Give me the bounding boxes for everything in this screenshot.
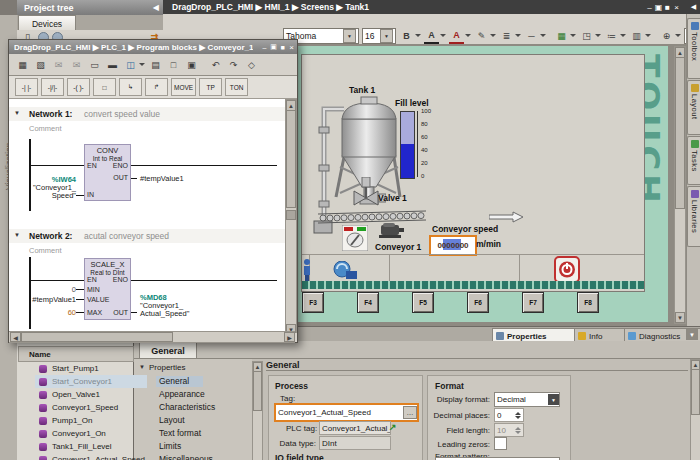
scale-value-operand[interactable]: #tempValue1 — [19, 295, 76, 304]
gauge-switch-icon[interactable] — [342, 225, 368, 251]
tag-row[interactable]: Conveyor1_On — [35, 427, 147, 440]
tag-row[interactable]: Open_Valve1 — [35, 388, 147, 401]
show-comments-icon[interactable]: ✉ — [51, 58, 66, 72]
fill-pattern-button[interactable]: ▦ — [554, 29, 576, 43]
hmi-editor-vscrollbar[interactable]: ▲ ▼ — [674, 46, 686, 324]
scale-x-block[interactable]: SCALE_X Real to DInt EN ENO MIN VALUE MA… — [84, 258, 131, 320]
scale-min-operand[interactable]: 0 — [29, 285, 76, 294]
collapse-networks-icon[interactable]: ▭ — [87, 58, 102, 72]
spin-up-icon[interactable] — [515, 412, 521, 415]
lad-hscrollbar[interactable]: ◀ ▶ — [9, 331, 295, 343]
fkey-f7[interactable]: F7 — [522, 292, 544, 313]
ton-instruction-button[interactable]: TON — [225, 78, 248, 96]
close-editor-icon[interactable]: × — [672, 3, 681, 12]
tag-row[interactable]: Conveyor1_Actual_Speed — [35, 453, 147, 460]
leading-zeros-checkbox[interactable] — [494, 437, 507, 450]
network1-collapse-icon[interactable]: ▼ — [14, 110, 20, 116]
nav-item-characteristics[interactable]: Characteristics — [159, 402, 215, 412]
operator-icon[interactable] — [301, 259, 313, 281]
conveyor-label[interactable]: Conveyor 1 — [375, 242, 421, 252]
conveyor-speed-io-field[interactable]: 0000000 — [429, 235, 477, 256]
inspector-scrollbar[interactable]: ▲ — [690, 359, 700, 460]
background-color-button[interactable]: A — [449, 28, 471, 44]
lad-editor[interactable]: ▼ Network 1: convert speed value Comment… — [9, 99, 297, 333]
network2-header[interactable]: ▼ Network 2: acutal conveyor speed — [9, 229, 285, 243]
plc-restore-icon[interactable]: ▣ — [269, 43, 278, 51]
fkey-f6[interactable]: F6 — [467, 292, 489, 313]
nav-item-miscellaneous[interactable]: Miscellaneous — [159, 454, 213, 460]
pump-icon[interactable] — [332, 261, 358, 281]
tag-row[interactable]: Tank1_Fill_Level — [35, 440, 147, 453]
collapse-right-panel-icon[interactable]: ◀ — [689, 3, 698, 11]
stop-button-icon[interactable] — [554, 256, 580, 283]
font-family-dropdown-icon[interactable]: ▼ — [343, 29, 356, 43]
plc-tag-link-icon[interactable]: ↗ — [389, 422, 397, 432]
expand-networks-icon[interactable]: ▬ — [105, 58, 120, 72]
lad-scroll-left-icon[interactable]: ◀ — [10, 332, 21, 342]
fkey-f5[interactable]: F5 — [412, 292, 434, 313]
fill-level-label[interactable]: Fill level — [395, 98, 429, 108]
inspector-tab-menu-icon[interactable]: ▼ — [686, 329, 698, 340]
valve-label[interactable]: Valve 1 — [378, 193, 407, 203]
insert-network-icon[interactable]: ▦ — [15, 58, 30, 72]
fkey-f4[interactable]: F4 — [357, 292, 379, 313]
close-branch-icon[interactable]: ↱ — [145, 78, 168, 96]
tasks-tab[interactable]: Tasks — [687, 136, 700, 185]
network1-title[interactable]: convert speed value — [84, 109, 160, 119]
delete-network-icon[interactable]: ▧ — [33, 58, 48, 72]
spin-down-icon[interactable] — [515, 416, 521, 419]
lad-scroll-right-icon[interactable]: ▶ — [284, 332, 295, 342]
tag-browse-button[interactable]: … — [403, 406, 417, 419]
scale-max-operand[interactable]: 60 — [29, 308, 76, 317]
lad-scroll-thumb[interactable] — [286, 110, 296, 208]
tag-field[interactable]: Conveyor1_Actual_Speed … — [274, 403, 419, 422]
move-instruction-button[interactable]: MOVE — [171, 78, 196, 96]
maximize-editor-icon[interactable]: ■ — [663, 3, 672, 12]
decimal-places-spinner[interactable]: 0 — [494, 408, 524, 422]
network2-comment[interactable]: Comment — [29, 246, 62, 255]
nav-item-limits[interactable]: Limits — [159, 441, 181, 451]
fkey-f3[interactable]: F3 — [302, 292, 324, 313]
lad-splitter-grip[interactable] — [286, 210, 296, 220]
contact-no-icon[interactable]: -| |- — [15, 78, 38, 96]
network1-comment[interactable]: Comment — [29, 124, 62, 133]
font-color-button[interactable]: A — [424, 28, 446, 44]
nav-item-text-format[interactable]: Text format — [159, 428, 201, 438]
coil-icon[interactable]: -( )- — [67, 78, 90, 96]
plc-editor-window[interactable]: DragDrop_PLC_HMI ▶ PLC_1 ▶ Program block… — [8, 39, 298, 343]
open-branch-icon[interactable]: ↳ — [119, 78, 142, 96]
tank-label[interactable]: Tank 1 — [349, 85, 375, 95]
project-tree-collapse-icon[interactable]: ◀ — [153, 3, 159, 12]
font-size-select[interactable]: 16 ▼ — [362, 28, 396, 44]
tag-row[interactable]: Start_Pump1 — [35, 362, 147, 375]
tag-list-header[interactable]: Name — [18, 346, 134, 362]
status-on-icon[interactable]: □ — [166, 58, 181, 72]
plc-tag-field[interactable]: Conveyor1_Actual_Spe.. — [319, 421, 391, 435]
line-style-button[interactable]: ≣ — [499, 29, 521, 43]
nav-root-label[interactable]: Properties — [149, 363, 185, 372]
favorites-toggle-icon[interactable]: ▤ — [148, 58, 163, 72]
network2-title[interactable]: acutal conveyor speed — [84, 231, 169, 241]
fill-level-bar[interactable] — [400, 111, 415, 179]
conv-out-operand[interactable]: #tempValue1 — [140, 174, 184, 183]
conv-block[interactable]: CONV Int to Real EN ENO OUT IN — [84, 144, 131, 201]
font-size-dropdown-icon[interactable]: ▼ — [380, 29, 393, 43]
toolbox-tab[interactable]: Toolbox — [687, 18, 700, 79]
data-type-field[interactable]: DInt — [319, 436, 391, 450]
zoom-tool-button[interactable]: ⊕ — [659, 29, 681, 43]
nav-item-layout[interactable]: Layout — [159, 415, 185, 425]
scroll-down-icon[interactable]: ▼ — [675, 312, 685, 323]
plc-window-titlebar[interactable]: DragDrop_PLC_HMI ▶ PLC_1 ▶ Program block… — [9, 40, 297, 54]
free-form-comment-icon[interactable]: ◇ — [244, 58, 259, 72]
layout-tab[interactable]: Layout — [687, 80, 700, 135]
network1-header[interactable]: ▼ Network 1: convert speed value — [9, 107, 285, 121]
fkey-f8[interactable]: F8 — [577, 292, 599, 313]
tp-instruction-button[interactable]: TP — [199, 78, 222, 96]
minimize-editor-icon[interactable]: – — [645, 3, 654, 12]
tag-row[interactable]: Pump1_On — [35, 414, 147, 427]
hmi-screen[interactable]: Tank 1 Fill level 100 80 60 40 20 0 — [301, 54, 645, 292]
network2-collapse-icon[interactable]: ▼ — [14, 232, 20, 238]
flow-arrow-icon[interactable] — [489, 211, 525, 223]
tag-row[interactable]: Conveyor1_Speed — [35, 401, 147, 414]
conveyor-speed-label[interactable]: Conveyor speed — [432, 224, 498, 234]
